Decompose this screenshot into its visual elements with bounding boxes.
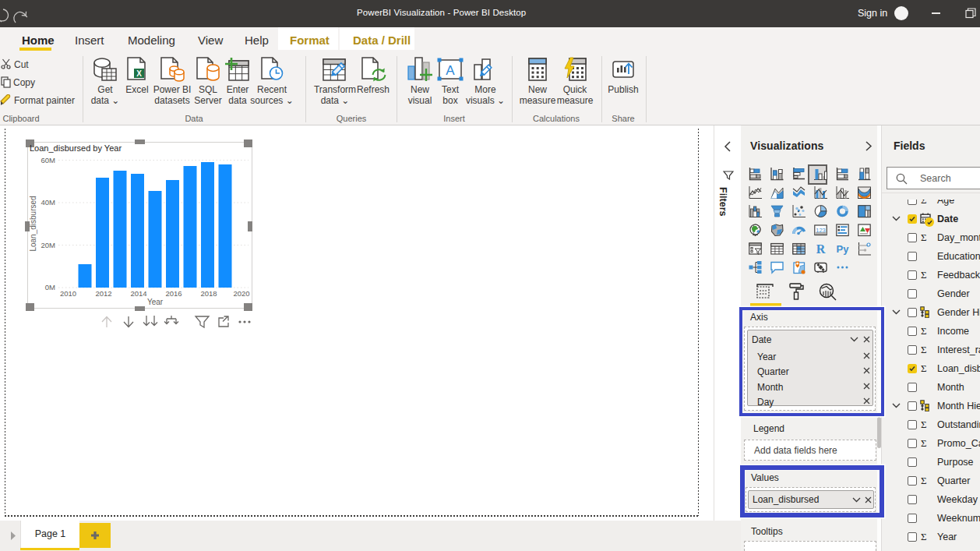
svg-text:2016: 2016 <box>165 289 182 298</box>
svg-text:60M: 60M <box>41 156 56 164</box>
svg-text:2020: 2020 <box>233 289 249 298</box>
svg-text:123: 123 <box>816 227 826 234</box>
svg-text:Py: Py <box>837 243 849 255</box>
svg-text:R: R <box>816 242 826 256</box>
svg-text:2018: 2018 <box>200 289 217 298</box>
svg-text:Loan_disbursed: Loan_disbursed <box>29 196 37 251</box>
svg-text:2012: 2012 <box>95 289 111 298</box>
svg-text:2014: 2014 <box>130 289 146 298</box>
svg-text:40M: 40M <box>41 198 56 207</box>
svg-text:X: X <box>136 69 142 78</box>
svg-text:2010: 2010 <box>60 289 76 298</box>
svg-text:20M: 20M <box>41 241 56 249</box>
svg-text:Year: Year <box>147 298 164 306</box>
svg-text:0M: 0M <box>45 283 55 291</box>
svg-text:A: A <box>446 63 455 78</box>
